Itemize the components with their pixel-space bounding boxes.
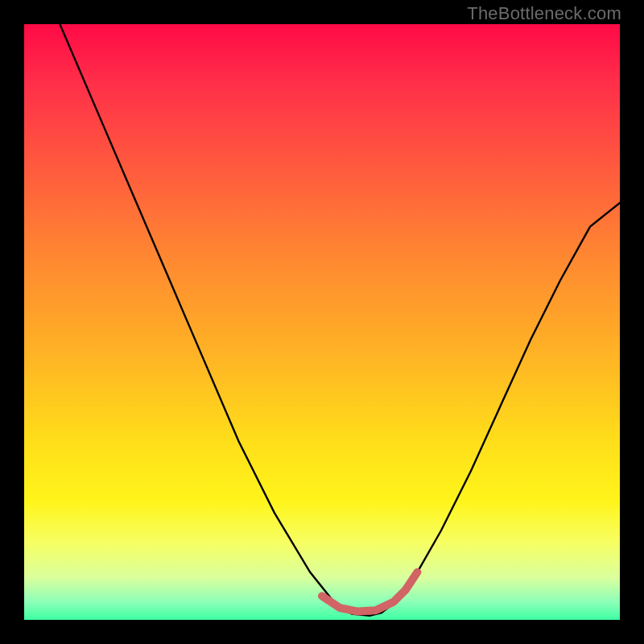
bottleneck-highlight [322, 572, 417, 612]
curve-svg [24, 24, 620, 620]
watermark-text: TheBottleneck.com [467, 3, 621, 24]
plot-area [24, 24, 620, 620]
bottleneck-curve [60, 24, 620, 616]
chart-frame: TheBottleneck.com [0, 0, 644, 644]
